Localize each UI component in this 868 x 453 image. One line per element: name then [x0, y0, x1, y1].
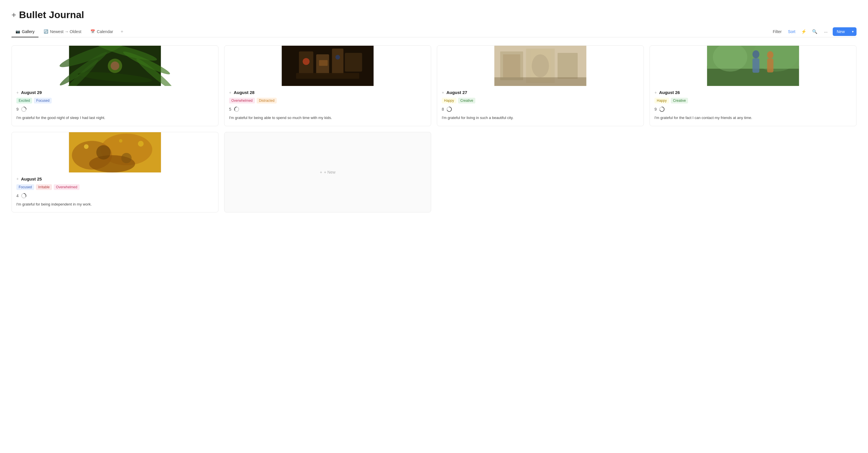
score-circle [21, 106, 27, 112]
tag-distracted[interactable]: Distracted [257, 98, 277, 104]
tag-happy[interactable]: Happy [654, 98, 669, 104]
card-add-icon[interactable]: + [17, 90, 19, 95]
card-date-aug25: August 25 [21, 176, 42, 181]
card-score-aug27: 8 [442, 106, 639, 112]
card-score-aug25: 4 [17, 193, 214, 199]
svg-point-38 [767, 51, 774, 59]
score-number: 8 [442, 107, 444, 112]
toolbar-actions: Filter Sort ⚡ 🔍 ··· New ▾ [771, 27, 857, 36]
svg-point-47 [121, 153, 132, 163]
score-number: 9 [654, 107, 657, 112]
svg-point-36 [753, 50, 760, 58]
calendar-icon: 📅 [90, 29, 95, 34]
card-title-row: + August 27 [442, 90, 639, 95]
card-tags-aug26: Happy Creative [654, 98, 851, 104]
card-image-aug27 [437, 46, 644, 86]
new-card-plus-icon: + [320, 170, 322, 174]
new-card-button[interactable]: + + New [224, 132, 431, 213]
card-text-aug25: I'm grateful for being independent in my… [17, 201, 214, 207]
card-score-aug28: 5 [229, 106, 426, 112]
new-btn-arrow[interactable]: ▾ [849, 28, 857, 36]
card-aug29[interactable]: + August 29 Excited Focused 9 I'm gratef… [11, 46, 218, 126]
card-text-aug29: I'm grateful for the good night of sleep… [17, 115, 214, 121]
new-card-label: + New [324, 170, 336, 174]
score-circle [234, 106, 239, 112]
card-tags-aug25: Focused Irritable Overwhelmed [17, 184, 214, 190]
score-number: 4 [17, 194, 19, 198]
svg-point-50 [119, 139, 123, 143]
card-date-aug26: August 26 [659, 90, 680, 95]
card-aug28[interactable]: + August 28 Overwhelmed Distracted 5 I'm… [224, 46, 431, 126]
svg-point-49 [138, 141, 144, 147]
new-button-label: New [833, 27, 849, 36]
page-title: Bullet Journal [19, 9, 84, 21]
card-aug25[interactable]: + August 25 Focused Irritable Overwhelme… [11, 132, 218, 213]
tag-focused[interactable]: Focused [17, 184, 34, 190]
svg-rect-16 [296, 73, 360, 79]
svg-rect-39 [767, 59, 774, 73]
card-date-aug29: August 29 [21, 90, 42, 95]
tab-gallery[interactable]: 📷 Gallery [11, 26, 38, 37]
card-date-aug27: August 27 [446, 90, 467, 95]
tab-newest-oldest[interactable]: 🔄 Newest → Oldest [40, 26, 85, 37]
tab-gallery-label: Gallery [22, 29, 34, 34]
tag-creative[interactable]: Creative [671, 98, 688, 104]
filter-button[interactable]: Filter [771, 28, 783, 35]
svg-rect-15 [345, 53, 362, 72]
card-body-aug26: + August 26 Happy Creative 9 I'm gratefu… [650, 86, 856, 126]
svg-rect-37 [753, 58, 760, 73]
card-body-aug25: + August 25 Focused Irritable Overwhelme… [12, 172, 218, 213]
sort-icon: 🔄 [43, 29, 48, 34]
tab-newest-oldest-label: Newest → Oldest [50, 29, 81, 34]
svg-rect-18 [319, 60, 328, 66]
svg-rect-14 [332, 49, 344, 75]
card-add-icon[interactable]: + [654, 90, 657, 95]
svg-point-17 [303, 58, 310, 65]
tag-happy[interactable]: Happy [442, 98, 456, 104]
tag-overwhelmed[interactable]: Overwhelmed [54, 184, 80, 190]
card-body-aug29: + August 29 Excited Focused 9 I'm gratef… [12, 86, 218, 126]
svg-point-19 [336, 55, 340, 59]
card-image-aug29 [12, 46, 218, 86]
toolbar: 📷 Gallery 🔄 Newest → Oldest 📅 Calendar +… [11, 26, 857, 37]
card-add-icon[interactable]: + [442, 90, 444, 95]
score-circle [659, 106, 665, 112]
tag-focused[interactable]: Focused [34, 98, 52, 104]
svg-point-9 [111, 61, 119, 70]
card-date-aug28: August 28 [234, 90, 255, 95]
card-image-aug26 [650, 46, 856, 86]
svg-point-46 [96, 145, 111, 160]
card-aug26[interactable]: + August 26 Happy Creative 9 I'm gratefu… [650, 46, 857, 126]
card-score-aug29: 9 [17, 106, 214, 112]
score-number: 9 [17, 107, 19, 112]
gallery-icon: 📷 [16, 29, 20, 34]
tag-overwhelmed[interactable]: Overwhelmed [229, 98, 255, 104]
new-button[interactable]: New ▾ [833, 27, 857, 36]
svg-point-48 [84, 144, 89, 149]
card-title-row: + August 26 [654, 90, 851, 95]
search-button[interactable]: 🔍 [811, 28, 819, 36]
tab-calendar-label: Calendar [97, 29, 113, 34]
card-text-aug26: I'm grateful for the fact I can contact … [654, 115, 851, 121]
card-body-aug27: + August 27 Happy Creative 8 I'm gratefu… [437, 86, 644, 126]
tab-calendar[interactable]: 📅 Calendar [86, 26, 117, 37]
card-add-icon[interactable]: + [229, 90, 231, 95]
card-aug27[interactable]: + August 27 Happy Creative 8 I'm gratefu… [437, 46, 644, 126]
svg-rect-26 [503, 54, 520, 77]
tag-creative[interactable]: Creative [458, 98, 476, 104]
card-add-icon[interactable]: + [17, 176, 19, 181]
tag-excited[interactable]: Excited [17, 98, 32, 104]
more-options-button[interactable]: ··· [822, 28, 830, 36]
page-icon: + [11, 10, 16, 20]
tag-irritable[interactable]: Irritable [36, 184, 52, 190]
svg-rect-28 [495, 77, 586, 86]
card-image-aug28 [224, 46, 431, 86]
sort-button[interactable]: Sort [786, 28, 797, 35]
card-title-row: + August 25 [17, 176, 214, 181]
svg-point-29 [532, 54, 549, 77]
score-number: 5 [229, 107, 231, 112]
add-tab-button[interactable]: + [118, 26, 125, 37]
score-circle [446, 106, 452, 112]
lightning-button[interactable]: ⚡ [800, 28, 808, 36]
card-tags-aug28: Overwhelmed Distracted [229, 98, 426, 104]
